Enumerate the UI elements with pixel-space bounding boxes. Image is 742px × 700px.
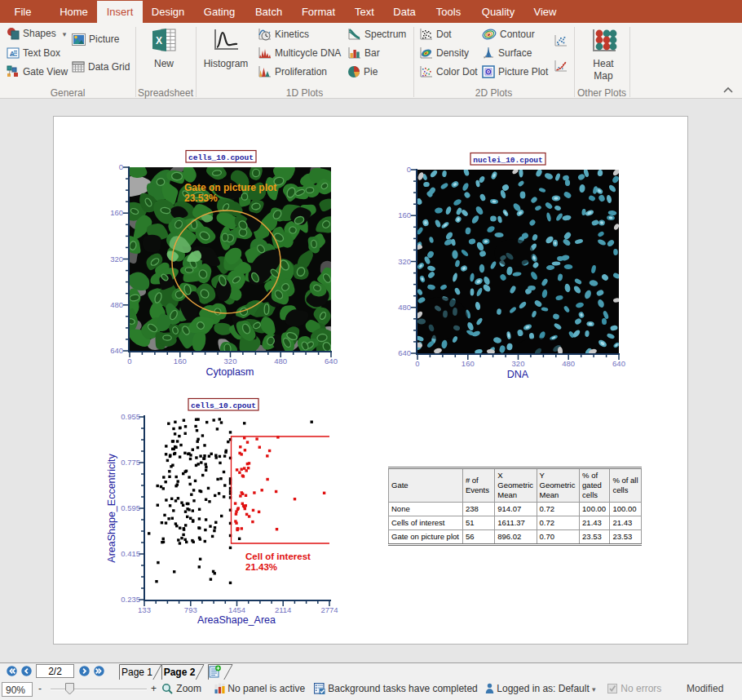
svg-text:0.595: 0.595 (121, 503, 140, 512)
svg-text:Cytoplasm: Cytoplasm (205, 366, 254, 378)
svg-text:nuclei_10.cpout: nuclei_10.cpout (473, 156, 543, 165)
svg-text:640: 640 (398, 348, 411, 357)
svg-text:160: 160 (462, 359, 475, 368)
svg-text:AreaShape_Eccentricity: AreaShape_Eccentricity (106, 454, 117, 563)
svg-text:320: 320 (512, 359, 525, 368)
svg-text:AreaShape_Area: AreaShape_Area (197, 614, 276, 626)
svg-text:Cell of interest: Cell of interest (245, 552, 311, 561)
svg-text:Gate on picture plot: Gate on picture plot (184, 182, 276, 193)
svg-text:cells_10.cpout: cells_10.cpout (191, 401, 256, 410)
svg-text:0: 0 (407, 165, 411, 174)
svg-text:DNA: DNA (507, 369, 529, 380)
svg-text:793: 793 (184, 605, 197, 614)
svg-text:0.415: 0.415 (121, 549, 140, 558)
svg-text:0: 0 (127, 357, 131, 366)
svg-text:480: 480 (274, 357, 287, 366)
svg-text:160: 160 (398, 210, 411, 219)
svg-text:133: 133 (138, 605, 151, 614)
svg-text:0: 0 (119, 162, 123, 171)
svg-text:320: 320 (398, 257, 411, 266)
svg-text:Page 1: Page 1 (121, 667, 152, 678)
svg-text:X: X (156, 35, 162, 47)
svg-text:21.43%: 21.43% (245, 562, 277, 572)
svg-text:2114: 2114 (275, 605, 291, 614)
svg-text:320: 320 (110, 255, 123, 264)
svg-text:640: 640 (325, 357, 338, 366)
svg-text:0: 0 (415, 359, 419, 368)
svg-text:1454: 1454 (228, 605, 245, 614)
svg-text:0.775: 0.775 (121, 458, 140, 467)
svg-text:0.955: 0.955 (121, 412, 140, 421)
svg-text:640: 640 (612, 359, 625, 368)
svg-text:0.235: 0.235 (121, 595, 140, 604)
svg-text:640: 640 (110, 346, 123, 355)
svg-text:160: 160 (174, 357, 187, 366)
svg-text:320: 320 (224, 357, 237, 366)
svg-text:2774: 2774 (320, 605, 338, 614)
svg-text:160: 160 (110, 208, 123, 217)
svg-text:23.53%: 23.53% (184, 193, 218, 204)
svg-text:480: 480 (562, 359, 575, 368)
svg-text:480: 480 (398, 303, 411, 312)
svg-text:Page 2: Page 2 (164, 667, 196, 678)
svg-text:cells_10.cpout: cells_10.cpout (188, 153, 254, 162)
svg-text:480: 480 (110, 300, 123, 309)
